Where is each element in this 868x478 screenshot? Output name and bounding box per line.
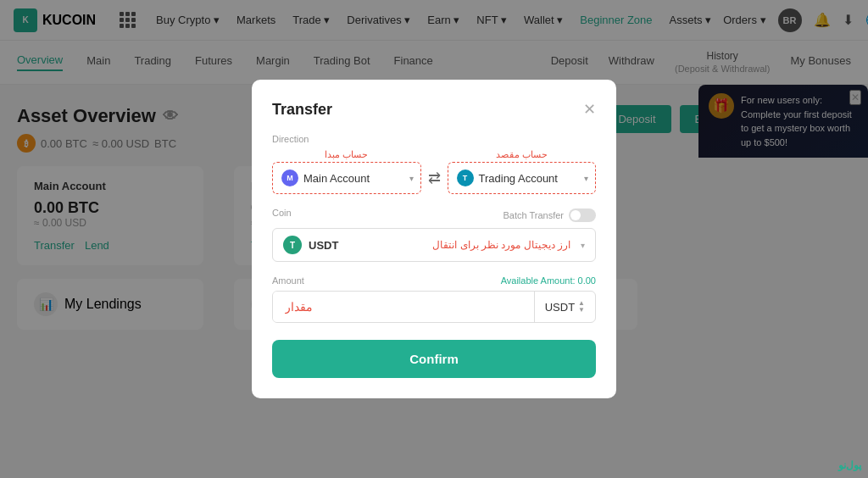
batch-transfer-row: Batch Transfer [503, 208, 596, 222]
amount-section: Amount Available Amount: 0.00 USDT ▲ ▼ [272, 275, 596, 323]
coin-label: Coin [272, 208, 292, 218]
to-account-wrapper: حساب مقصد T Trading Account ▾ [448, 149, 597, 194]
direction-section: Direction حساب مبدا M Main Account ▾ ⇄ ح… [272, 134, 596, 194]
coin-name: USDT [309, 239, 338, 252]
direction-label: Direction [272, 134, 596, 144]
available-value: 0.00 [578, 275, 596, 286]
to-chevron-down-icon: ▾ [584, 174, 588, 183]
coin-select[interactable]: T USDT ارز دیجیتال مورد نظر برای انتقال … [272, 228, 596, 262]
amount-input-row: USDT ▲ ▼ [272, 291, 596, 323]
available-amount: Available Amount: 0.00 [501, 275, 596, 286]
to-account-select[interactable]: T Trading Account ▾ [448, 162, 597, 194]
to-account-label: Trading Account [479, 172, 558, 185]
from-chevron-down-icon: ▾ [409, 174, 414, 183]
from-account-wrapper: حساب مبدا M Main Account ▾ [272, 149, 421, 194]
confirm-button[interactable]: Confirm [272, 340, 596, 378]
coin-section: Coin Batch Transfer T USDT ارز دیجیتال م… [272, 208, 596, 262]
currency-select[interactable]: USDT ▲ ▼ [534, 292, 595, 322]
coin-header: Coin Batch Transfer [272, 208, 596, 223]
modal-title: Transfer [272, 101, 332, 119]
amount-input[interactable] [273, 292, 534, 322]
amount-label: Amount [272, 275, 304, 286]
from-label-arabic: حساب مبدا [272, 149, 421, 160]
main-account-icon: M [281, 170, 298, 186]
available-label: Available Amount: [501, 275, 576, 286]
coin-chevron-down-icon: ▾ [581, 241, 585, 250]
trading-account-icon: T [457, 170, 474, 186]
transfer-modal: Transfer ✕ Direction حساب مبدا M Main Ac… [252, 80, 616, 398]
coin-description-arabic: ارز دیجیتال مورد نظر برای انتقال [432, 239, 570, 251]
batch-transfer-label: Batch Transfer [503, 210, 564, 220]
usdt-coin-icon: T [283, 236, 302, 254]
currency-stepper-icon: ▲ ▼ [578, 300, 585, 314]
from-account-select[interactable]: M Main Account ▾ [272, 162, 421, 194]
watermark: پول‌نو [838, 459, 861, 471]
to-label-arabic: حساب مقصد [448, 149, 597, 160]
direction-row: حساب مبدا M Main Account ▾ ⇄ حساب مقصد T… [272, 149, 596, 194]
batch-transfer-toggle[interactable] [569, 208, 596, 222]
modal-close-button[interactable]: ✕ [583, 100, 596, 119]
from-account-label: Main Account [303, 172, 370, 185]
modal-header: Transfer ✕ [272, 100, 596, 119]
amount-header: Amount Available Amount: 0.00 [272, 275, 596, 286]
currency-label: USDT [545, 301, 575, 314]
modal-overlay[interactable]: Transfer ✕ Direction حساب مبدا M Main Ac… [0, 0, 868, 478]
swap-arrow-icon[interactable]: ⇄ [428, 169, 441, 187]
